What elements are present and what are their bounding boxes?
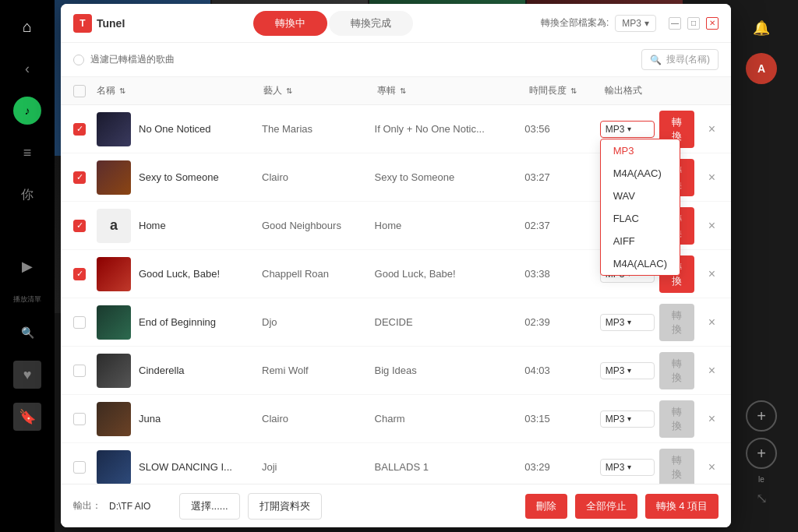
album-thumb [97, 160, 131, 195]
dropdown-option[interactable]: M4A(ALAC) [601, 252, 680, 275]
dropdown-option[interactable]: M4A(AAC) [601, 162, 680, 185]
app-logo: T TuneI [73, 14, 125, 33]
row-checkbox[interactable]: ✓ [73, 171, 86, 184]
remove-button[interactable]: × [705, 312, 719, 333]
artist-cell: Good Neighbours [262, 220, 375, 231]
tab-converting[interactable]: 轉換中 [253, 11, 327, 36]
stop-all-button[interactable]: 全部停止 [575, 494, 637, 519]
format-select-box[interactable]: MP3▾ [600, 410, 655, 428]
maximize-button[interactable]: □ [687, 17, 700, 30]
sidebar-play-icon[interactable]: ▶ [13, 252, 41, 280]
sidebar-heart-icon[interactable]: ♥ [13, 361, 41, 389]
converter-window: T TuneI 轉換中 轉換完成 轉換全部檔案為: MP3 ▾ — □ ✕ 過濾… [61, 4, 731, 527]
remove-button[interactable]: × [705, 119, 719, 139]
convert-button[interactable]: 轉換 [659, 352, 694, 389]
sidebar-home-icon[interactable]: ⌂ [13, 12, 41, 41]
remove-button[interactable]: × [705, 216, 719, 236]
remove-button[interactable]: × [705, 264, 719, 284]
remove-button[interactable]: × [705, 361, 719, 381]
table-row: End of BeginningDjoDECIDE02:39MP3▾轉換× [61, 298, 731, 347]
bg-resize-icon: ⤡ [756, 490, 768, 507]
artist-sort-icon: ⇅ [286, 86, 292, 95]
row-checkbox[interactable]: ✓ [73, 123, 86, 136]
row-checkbox-cell [73, 316, 97, 329]
track-info: aHome [97, 209, 262, 243]
sidebar-bars-icon[interactable]: ≡ [13, 139, 41, 167]
track-name: Good Luck, Babe! [139, 268, 220, 280]
duration-sort-icon: ⇅ [570, 86, 577, 95]
app-title: TuneI [97, 17, 125, 30]
dropdown-option[interactable]: FLAC [601, 207, 680, 230]
open-folder-button[interactable]: 打開資料夾 [248, 493, 322, 520]
header-duration[interactable]: 時間長度 ⇅ [529, 84, 605, 97]
header-format: 輸出格式 [605, 84, 719, 97]
convert-n-button[interactable]: 轉換 4 項目 [645, 494, 719, 519]
bg-plus-circle-icon[interactable]: + [746, 400, 777, 432]
artist-cell: Clairo [262, 413, 375, 425]
row-checkbox[interactable]: ✓ [73, 268, 86, 280]
header-check-col[interactable] [73, 85, 97, 97]
bg-profile-icon[interactable]: A [746, 53, 777, 84]
remove-button[interactable]: × [705, 409, 719, 429]
album-cell: Home [375, 220, 525, 231]
remove-button[interactable]: × [705, 457, 719, 477]
delete-button[interactable]: 刪除 [525, 494, 567, 519]
track-name: SLOW DANCING I... [139, 461, 232, 473]
format-arrow: ▾ [627, 414, 631, 423]
close-button[interactable]: ✕ [706, 17, 719, 30]
format-select-box[interactable]: MP3▾ [600, 314, 655, 331]
search-box[interactable]: 🔍 搜尋(名稱) [641, 49, 719, 70]
sidebar-bookmark-icon[interactable]: 🔖 [13, 403, 41, 431]
minimize-button[interactable]: — [669, 17, 681, 30]
dropdown-option[interactable]: WAV [601, 185, 680, 207]
sidebar-back-icon[interactable]: ‹ [13, 55, 41, 83]
bg-left-sidebar: ⌂ ‹ ♪ ≡ 你 ▶ 播放清單 🔍 ♥ 🔖 [0, 0, 55, 532]
row-checkbox[interactable] [73, 316, 86, 329]
row-checkbox[interactable] [73, 365, 86, 377]
format-cell: MP3▾轉換× [600, 304, 719, 341]
convert-button[interactable]: 轉換 [659, 449, 694, 484]
tab-completed[interactable]: 轉換完成 [329, 11, 413, 36]
header-artist[interactable]: 藝人 ⇅ [263, 84, 377, 97]
format-arrow: ▾ [627, 463, 631, 471]
window-controls: — □ ✕ [669, 17, 719, 30]
select-button[interactable]: 選擇...... [179, 493, 240, 520]
name-sort-icon: ⇅ [119, 86, 125, 95]
remove-button[interactable]: × [705, 167, 719, 188]
filter-left: 過濾已轉檔過的歌曲 [73, 53, 175, 66]
format-select-box[interactable]: MP3▾ [600, 459, 655, 476]
table-body: ✓No One NoticedThe MariasIf Only + No On… [61, 105, 731, 484]
bg-circle-icon[interactable]: + [746, 438, 777, 469]
title-bar: T TuneI 轉換中 轉換完成 轉換全部檔案為: MP3 ▾ — □ ✕ [61, 4, 731, 43]
row-checkbox[interactable] [73, 461, 86, 474]
track-info: Good Luck, Babe! [97, 257, 262, 291]
format-value: MP3 [606, 414, 625, 425]
format-selector: 轉換全部檔案為: MP3 ▾ [541, 15, 656, 32]
convert-button[interactable]: 轉換 [659, 400, 694, 438]
artist-cell: Djo [262, 316, 375, 328]
filter-circle-icon [73, 55, 84, 65]
format-select-box[interactable]: MP3▾MP3M4A(AAC)WAVFLACAIFFM4A(ALAC) [600, 121, 655, 138]
dropdown-option[interactable]: AIFF [601, 230, 680, 252]
sidebar-search-icon[interactable]: 🔍 [13, 319, 41, 347]
tabs-header: 轉換中 轉換完成 [140, 11, 525, 36]
sidebar-spotify-icon[interactable]: ♪ [13, 97, 41, 125]
header-name[interactable]: 名稱 ⇅ [97, 84, 263, 97]
track-info: SLOW DANCING I... [97, 450, 262, 484]
format-arrow: ▾ [627, 318, 631, 326]
dropdown-option[interactable]: MP3 [601, 139, 680, 162]
sidebar-person-icon[interactable]: 你 [13, 181, 41, 209]
search-placeholder: 搜尋(名稱) [666, 53, 710, 66]
album-thumb [97, 354, 131, 388]
row-checkbox[interactable]: ✓ [73, 220, 86, 232]
global-format-dropdown[interactable]: MP3 ▾ [615, 15, 656, 32]
format-select-box[interactable]: MP3▾ [600, 362, 655, 379]
header-album[interactable]: 專輯 ⇅ [377, 84, 529, 97]
bg-notification-icon[interactable]: 🔔 [746, 12, 777, 44]
header-checkbox[interactable] [73, 85, 86, 97]
row-checkbox[interactable] [73, 413, 86, 425]
format-arrow: ▾ [627, 366, 631, 375]
format-selector-label: 轉換全部檔案為: [541, 16, 609, 30]
convert-button[interactable]: 轉換 [659, 304, 694, 341]
format-arrow: ▾ [627, 125, 631, 133]
